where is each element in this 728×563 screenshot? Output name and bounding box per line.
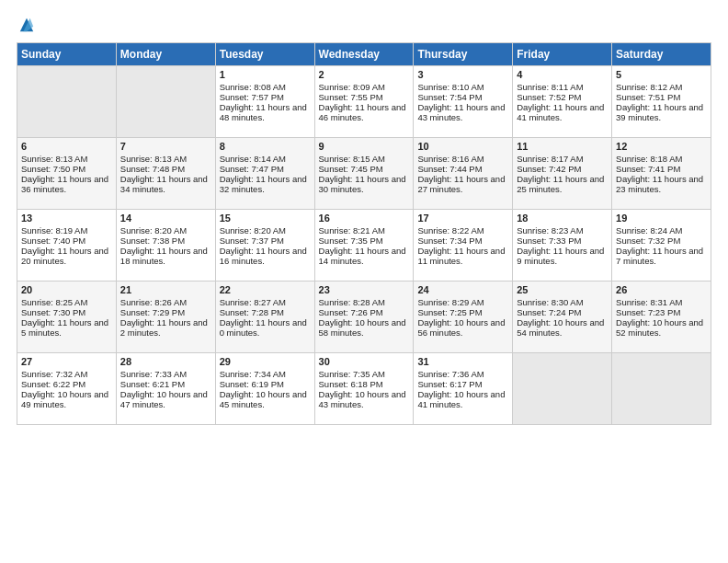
calendar-cell: 4Sunrise: 8:11 AMSunset: 7:52 PMDaylight… — [513, 66, 612, 138]
day-info-line: Sunset: 7:55 PM — [319, 92, 410, 102]
day-info-line: Sunrise: 7:33 AM — [120, 369, 211, 379]
day-info-line: Sunset: 7:42 PM — [517, 164, 608, 174]
day-info-line: Sunrise: 8:15 AM — [319, 154, 410, 164]
day-number: 26 — [616, 284, 707, 295]
day-info-line: Sunrise: 8:18 AM — [616, 154, 707, 164]
day-info-line: Sunset: 7:50 PM — [21, 164, 112, 174]
day-number: 1 — [220, 69, 311, 80]
day-info-line: Sunset: 7:52 PM — [517, 92, 608, 102]
day-number: 7 — [120, 141, 211, 152]
calendar-cell: 31Sunrise: 7:36 AMSunset: 6:17 PMDayligh… — [414, 353, 513, 425]
day-number: 22 — [220, 284, 311, 295]
day-info-line: Sunrise: 8:19 AM — [21, 225, 112, 236]
day-info-line: Sunrise: 8:31 AM — [616, 297, 707, 307]
calendar-cell: 22Sunrise: 8:27 AMSunset: 7:28 PMDayligh… — [215, 282, 314, 353]
day-header-tuesday: Tuesday — [215, 43, 314, 66]
calendar-cell: 15Sunrise: 8:20 AMSunset: 7:37 PMDayligh… — [215, 210, 314, 282]
day-number: 3 — [417, 69, 508, 80]
day-info-line: Sunset: 6:22 PM — [21, 379, 112, 389]
day-info-line: Sunset: 7:25 PM — [417, 307, 508, 317]
day-info-line: Sunset: 6:19 PM — [220, 379, 311, 389]
day-info-line: Daylight: 10 hours and 49 minutes. — [21, 389, 112, 409]
day-number: 13 — [21, 213, 112, 224]
day-info-line: Sunrise: 8:11 AM — [517, 82, 608, 92]
day-info-line: Sunset: 6:21 PM — [120, 379, 211, 389]
day-info-line: Sunset: 7:34 PM — [417, 236, 508, 246]
day-info-line: Daylight: 10 hours and 45 minutes. — [220, 389, 311, 409]
calendar-week-row: 1Sunrise: 8:08 AMSunset: 7:57 PMDaylight… — [17, 66, 711, 138]
day-info-line: Sunrise: 7:35 AM — [319, 369, 410, 379]
header — [17, 15, 711, 33]
day-number: 12 — [616, 141, 707, 152]
day-header-thursday: Thursday — [414, 43, 513, 66]
day-number: 30 — [319, 356, 410, 367]
day-info-line: Sunrise: 7:34 AM — [220, 369, 311, 379]
day-header-sunday: Sunday — [17, 43, 117, 66]
calendar-cell: 13Sunrise: 8:19 AMSunset: 7:40 PMDayligh… — [17, 210, 117, 282]
calendar-cell: 23Sunrise: 8:28 AMSunset: 7:26 PMDayligh… — [314, 282, 414, 353]
day-info-line: Sunrise: 8:25 AM — [21, 297, 112, 307]
day-info-line: Sunset: 7:44 PM — [417, 164, 508, 174]
calendar-cell: 12Sunrise: 8:18 AMSunset: 7:41 PMDayligh… — [612, 138, 711, 210]
day-number: 16 — [319, 213, 410, 224]
logo — [17, 15, 35, 33]
calendar-cell: 9Sunrise: 8:15 AMSunset: 7:45 PMDaylight… — [314, 138, 414, 210]
day-info-line: Daylight: 11 hours and 23 minutes. — [616, 174, 707, 194]
day-number: 17 — [417, 213, 508, 224]
day-info-line: Sunrise: 8:10 AM — [417, 82, 508, 92]
day-info-line: Daylight: 11 hours and 39 minutes. — [616, 102, 707, 122]
day-info-line: Sunset: 7:28 PM — [220, 307, 311, 317]
day-info-line: Sunrise: 8:13 AM — [120, 154, 211, 164]
day-info-line: Sunrise: 8:16 AM — [417, 154, 508, 164]
day-info-line: Daylight: 11 hours and 36 minutes. — [21, 174, 112, 194]
day-info-line: Sunset: 7:48 PM — [120, 164, 211, 174]
calendar-cell: 3Sunrise: 8:10 AMSunset: 7:54 PMDaylight… — [414, 66, 513, 138]
day-info-line: Daylight: 11 hours and 27 minutes. — [417, 174, 508, 194]
calendar-cell: 29Sunrise: 7:34 AMSunset: 6:19 PMDayligh… — [215, 353, 314, 425]
day-number: 27 — [21, 356, 112, 367]
day-info-line: Sunrise: 8:09 AM — [319, 82, 410, 92]
day-info-line: Daylight: 11 hours and 0 minutes. — [220, 317, 311, 338]
calendar-header-row: SundayMondayTuesdayWednesdayThursdayFrid… — [17, 43, 711, 66]
day-info-line: Daylight: 11 hours and 11 minutes. — [417, 246, 508, 266]
day-info-line: Sunset: 7:51 PM — [616, 92, 707, 102]
day-info-line: Daylight: 10 hours and 41 minutes. — [417, 389, 508, 409]
day-info-line: Sunrise: 8:22 AM — [417, 225, 508, 236]
calendar-cell: 26Sunrise: 8:31 AMSunset: 7:23 PMDayligh… — [612, 282, 711, 353]
day-header-friday: Friday — [513, 43, 612, 66]
day-number: 28 — [120, 356, 211, 367]
day-info-line: Daylight: 11 hours and 48 minutes. — [220, 102, 311, 122]
day-number: 15 — [220, 213, 311, 224]
calendar-cell: 20Sunrise: 8:25 AMSunset: 7:30 PMDayligh… — [17, 282, 117, 353]
day-info-line: Sunset: 7:38 PM — [120, 236, 211, 246]
day-info-line: Sunrise: 8:23 AM — [517, 225, 608, 236]
calendar-cell: 21Sunrise: 8:26 AMSunset: 7:29 PMDayligh… — [116, 282, 215, 353]
day-number: 14 — [120, 213, 211, 224]
day-info-line: Daylight: 11 hours and 7 minutes. — [616, 246, 707, 266]
day-info-line: Sunrise: 8:20 AM — [220, 225, 311, 236]
day-info-line: Sunset: 7:54 PM — [417, 92, 508, 102]
day-number: 25 — [517, 284, 608, 295]
calendar-cell — [17, 66, 117, 138]
day-number: 19 — [616, 213, 707, 224]
day-info-line: Sunset: 7:41 PM — [616, 164, 707, 174]
calendar-cell: 27Sunrise: 7:32 AMSunset: 6:22 PMDayligh… — [17, 353, 117, 425]
day-info-line: Sunrise: 8:26 AM — [120, 297, 211, 307]
calendar-cell: 1Sunrise: 8:08 AMSunset: 7:57 PMDaylight… — [215, 66, 314, 138]
calendar-cell: 6Sunrise: 8:13 AMSunset: 7:50 PMDaylight… — [17, 138, 117, 210]
day-number: 9 — [319, 141, 410, 152]
day-info-line: Sunset: 7:45 PM — [319, 164, 410, 174]
day-number: 8 — [220, 141, 311, 152]
day-info-line: Sunrise: 8:27 AM — [220, 297, 311, 307]
day-header-wednesday: Wednesday — [314, 43, 414, 66]
day-info-line: Sunrise: 8:29 AM — [417, 297, 508, 307]
day-info-line: Sunset: 7:35 PM — [319, 236, 410, 246]
day-number: 18 — [517, 213, 608, 224]
day-number: 23 — [319, 284, 410, 295]
calendar-cell: 28Sunrise: 7:33 AMSunset: 6:21 PMDayligh… — [116, 353, 215, 425]
calendar-cell: 25Sunrise: 8:30 AMSunset: 7:24 PMDayligh… — [513, 282, 612, 353]
day-number: 31 — [417, 356, 508, 367]
logo-icon — [18, 17, 35, 33]
calendar-table: SundayMondayTuesdayWednesdayThursdayFrid… — [17, 42, 711, 425]
day-header-monday: Monday — [116, 43, 215, 66]
